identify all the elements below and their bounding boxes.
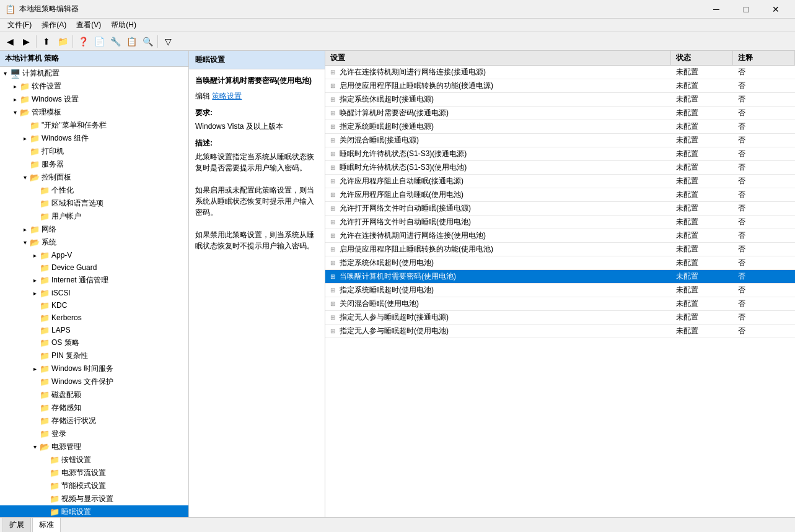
tree-item-laps[interactable]: 📁LAPS <box>0 324 188 336</box>
tree-item-windows-components[interactable]: ▸📁Windows 组件 <box>0 132 188 145</box>
tree-item-sleep-settings[interactable]: 📁睡眠设置 <box>0 505 188 517</box>
table-row[interactable]: ⊞ 指定系统睡眠超时(接通电源) 未配置 否 <box>325 120 795 134</box>
tree-item-label: 存储感知 <box>51 403 81 413</box>
toolbar-icon1[interactable]: 🔧 <box>108 34 123 49</box>
tree-item-printers[interactable]: 📁打印机 <box>0 145 188 158</box>
settings-cell-state: 未配置 <box>671 120 733 133</box>
table-row[interactable]: ⊞ 允许应用程序阻止自动睡眠(使用电池) 未配置 否 <box>325 188 795 202</box>
tree-item-storage-status[interactable]: 📁存储运行状况 <box>0 414 188 427</box>
tree-item-app-v[interactable]: ▸📁App-V <box>0 249 188 261</box>
table-row[interactable]: ⊞ 唤醒计算机时需要密码(接通电源) 未配置 否 <box>325 107 795 120</box>
tree-arrow[interactable]: ▸ <box>30 277 40 284</box>
tree-arrow[interactable]: ▸ <box>30 252 40 259</box>
table-row[interactable]: ⊞ 指定无人参与睡眠超时(使用电池) 未配置 否 <box>325 325 795 338</box>
tree-item-power-throttle[interactable]: 📁电源节流设置 <box>0 466 188 479</box>
menu-help[interactable]: 帮助(H) <box>106 19 141 32</box>
tree-item-windows-settings[interactable]: ▸📁Windows 设置 <box>0 93 188 106</box>
tree-item-login[interactable]: 📁登录 <box>0 427 188 440</box>
setting-icon: ⊞ <box>330 164 335 171</box>
table-row[interactable]: ⊞ 关闭混合睡眠(接通电源) 未配置 否 <box>325 134 795 147</box>
settings-cell-comment: 否 <box>733 188 795 201</box>
table-row[interactable]: ⊞ 睡眠时允许待机状态(S1-S3)(接通电源) 未配置 否 <box>325 147 795 161</box>
table-row[interactable]: ⊞ 允许打开网络文件时自动睡眠(使用电池) 未配置 否 <box>325 216 795 229</box>
tree-arrow[interactable]: ▸ <box>10 96 20 103</box>
table-row[interactable]: ⊞ 启用使应用程序阻止睡眠转换的功能(使用电池) 未配置 否 <box>325 243 795 256</box>
tree-item-device-guard[interactable]: 📁Device Guard <box>0 261 188 274</box>
tree-arrow[interactable]: ▾ <box>30 443 40 450</box>
settings-cell-setting: ⊞ 指定系统睡眠超时(接通电源) <box>325 120 671 133</box>
tree-item-computer-config[interactable]: ▾🖥️计算机配置 <box>0 67 188 80</box>
tree-item-button-settings[interactable]: 📁按钮设置 <box>0 453 188 466</box>
tree-panel: 本地计算机 策略 ▾🖥️计算机配置▸📁软件设置▸📁Windows 设置▾📂管理模… <box>0 51 189 517</box>
tree-item-windows-time[interactable]: ▸📁Windows 时间服务 <box>0 362 188 375</box>
tree-arrow[interactable]: ▸ <box>20 226 30 233</box>
tree-folder-icon: 📁 <box>40 377 50 386</box>
tree-item-energy-mode[interactable]: 📁节能模式设置 <box>0 479 188 492</box>
tree-arrow[interactable]: ▾ <box>10 109 20 116</box>
toolbar-back[interactable]: ◀ <box>2 34 17 49</box>
tree-item-internet-comm[interactable]: ▸📁Internet 通信管理 <box>0 274 188 287</box>
tree-arrow-placeholder <box>40 482 50 489</box>
tree-item-user-accounts[interactable]: 📁用户帐户 <box>0 210 188 223</box>
tree-item-servers[interactable]: 📁服务器 <box>0 158 188 171</box>
toolbar-help[interactable]: ❓ <box>76 34 90 49</box>
table-row[interactable]: ⊞ 指定无人参与睡眠超时(接通电源) 未配置 否 <box>325 311 795 325</box>
tree-item-video-display[interactable]: 📁视频与显示设置 <box>0 492 188 505</box>
tree-item-region-lang[interactable]: 📁区域和语言选项 <box>0 197 188 210</box>
tree-item-storage-sense[interactable]: 📁存储感知 <box>0 401 188 414</box>
table-row[interactable]: ⊞ 指定系统休眠超时(使用电池) 未配置 否 <box>325 256 795 270</box>
toolbar-icon3[interactable]: 🔍 <box>140 34 155 49</box>
toolbar-forward[interactable]: ▶ <box>19 34 33 49</box>
tree-item-disk-quota[interactable]: 📁磁盘配额 <box>0 388 188 401</box>
table-row[interactable]: ⊞ 关闭混合睡眠(使用电池) 未配置 否 <box>325 297 795 311</box>
table-row[interactable]: ⊞ 启用使应用程序阻止睡眠转换的功能(接通电源) 未配置 否 <box>325 79 795 93</box>
tree-arrow[interactable]: ▾ <box>20 239 30 246</box>
table-row[interactable]: ⊞ 指定系统睡眠超时(使用电池) 未配置 否 <box>325 284 795 297</box>
table-row[interactable]: ⊞ 允许在连接待机期间进行网络连接(接通电源) 未配置 否 <box>325 66 795 79</box>
tab-standard[interactable]: 标准 <box>32 517 61 532</box>
toolbar-up[interactable]: ⬆ <box>39 34 54 49</box>
tree-item-system[interactable]: ▾📂系统 <box>0 236 188 249</box>
tree-item-personalization[interactable]: 📁个性化 <box>0 184 188 197</box>
tree-item-iscsi[interactable]: ▸📁iSCSI <box>0 287 188 299</box>
toolbar-filter[interactable]: ▽ <box>160 34 175 49</box>
table-row[interactable]: ⊞ 当唤醒计算机时需要密码(使用电池) 未配置 否 <box>325 270 795 284</box>
tree-arrow[interactable]: ▾ <box>0 70 10 77</box>
tab-expand[interactable]: 扩展 <box>2 517 31 532</box>
tree-item-network[interactable]: ▸📁网络 <box>0 223 188 236</box>
tree-item-label: OS 策略 <box>51 338 79 348</box>
maximize-button[interactable]: □ <box>732 0 760 19</box>
table-row[interactable]: ⊞ 睡眠时允许待机状态(S1-S3)(使用电池) 未配置 否 <box>325 161 795 175</box>
tree-item-kerberos[interactable]: 📁Kerberos <box>0 312 188 324</box>
settings-cell-comment: 否 <box>733 229 795 242</box>
tree-item-admin-templates[interactable]: ▾📂管理模板 <box>0 106 188 119</box>
tree-item-power-mgmt[interactable]: ▾📂电源管理 <box>0 440 188 453</box>
table-row[interactable]: ⊞ 指定系统休眠超时(接通电源) 未配置 否 <box>325 93 795 107</box>
menu-file[interactable]: 文件(F) <box>2 19 37 32</box>
tree-arrow[interactable]: ▸ <box>10 83 20 90</box>
tree-item-start-taskbar[interactable]: 📁"开始"菜单和任务栏 <box>0 119 188 132</box>
table-row[interactable]: ⊞ 允许在连接待机期间进行网络连接(使用电池) 未配置 否 <box>325 229 795 243</box>
minimize-button[interactable]: ─ <box>702 0 731 19</box>
tree-item-pin-complexity[interactable]: 📁PIN 复杂性 <box>0 349 188 362</box>
table-row[interactable]: ⊞ 允许应用程序阻止自动睡眠(接通电源) 未配置 否 <box>325 175 795 188</box>
menu-view[interactable]: 查看(V) <box>71 19 106 32</box>
settings-cell-setting: ⊞ 关闭混合睡眠(使用电池) <box>325 297 671 310</box>
tree-arrow[interactable]: ▾ <box>20 174 30 181</box>
desc-strategy-link[interactable]: 策略设置 <box>212 92 242 100</box>
settings-cell-setting: ⊞ 允许打开网络文件时自动睡眠(使用电池) <box>325 216 671 229</box>
tree-item-software-settings[interactable]: ▸📁软件设置 <box>0 80 188 93</box>
tree-item-kdc[interactable]: 📁KDC <box>0 299 188 312</box>
tree-arrow[interactable]: ▸ <box>30 290 40 297</box>
tree-item-control-panel[interactable]: ▾📂控制面板 <box>0 171 188 184</box>
tree-arrow[interactable]: ▸ <box>30 365 40 372</box>
toolbar-icon2[interactable]: 📋 <box>124 34 139 49</box>
tree-item-os-strategy[interactable]: 📁OS 策略 <box>0 336 188 349</box>
menu-action[interactable]: 操作(A) <box>37 19 71 32</box>
tree-item-windows-file-protect[interactable]: 📁Windows 文件保护 <box>0 375 188 388</box>
close-button[interactable]: ✕ <box>762 0 790 19</box>
tree-arrow[interactable]: ▸ <box>20 135 30 142</box>
toolbar-show-hide[interactable]: 📁 <box>55 34 70 49</box>
table-row[interactable]: ⊞ 允许打开网络文件时自动睡眠(接通电源) 未配置 否 <box>325 202 795 216</box>
toolbar-export[interactable]: 📄 <box>92 34 107 49</box>
